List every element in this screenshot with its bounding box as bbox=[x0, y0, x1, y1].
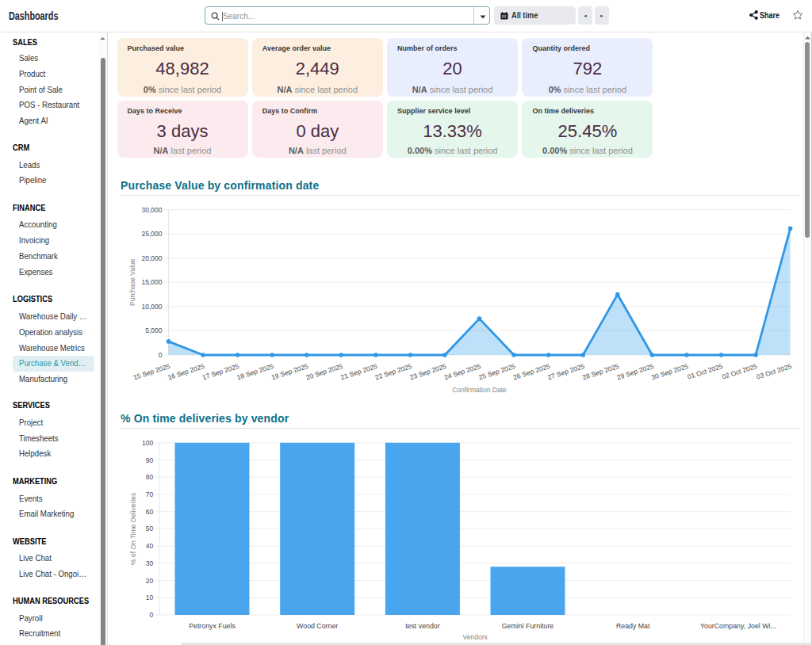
svg-text:26 Sep 2025: 26 Sep 2025 bbox=[512, 362, 551, 381]
svg-text:24 Sep 2025: 24 Sep 2025 bbox=[443, 362, 482, 381]
svg-text:Petronyx Fuels: Petronyx Fuels bbox=[189, 622, 236, 630]
svg-text:23 Sep 2025: 23 Sep 2025 bbox=[408, 362, 447, 381]
svg-text:Vendors: Vendors bbox=[463, 633, 488, 641]
svg-text:50: 50 bbox=[146, 525, 154, 532]
svg-text:15 Sep 2025: 15 Sep 2025 bbox=[132, 362, 171, 381]
svg-text:22 Sep 2025: 22 Sep 2025 bbox=[374, 362, 413, 381]
svg-text:90: 90 bbox=[146, 456, 154, 464]
svg-text:30: 30 bbox=[146, 559, 154, 567]
svg-text:Gemini Furniture: Gemini Furniture bbox=[502, 622, 554, 630]
svg-text:20,000: 20,000 bbox=[142, 254, 163, 262]
svg-text:10,000: 10,000 bbox=[142, 303, 163, 311]
svg-text:16 Sep 2025: 16 Sep 2025 bbox=[167, 362, 205, 381]
svg-text:17 Sep 2025: 17 Sep 2025 bbox=[201, 362, 240, 381]
svg-text:25 Sep 2025: 25 Sep 2025 bbox=[477, 362, 516, 381]
svg-text:0: 0 bbox=[159, 351, 163, 359]
svg-text:20: 20 bbox=[146, 577, 154, 585]
svg-text:% of On Time Deliveries: % of On Time Deliveries bbox=[129, 493, 137, 565]
svg-text:19 Sep 2025: 19 Sep 2025 bbox=[270, 362, 309, 381]
svg-text:02 Oct 2025: 02 Oct 2025 bbox=[721, 362, 758, 381]
svg-text:10: 10 bbox=[146, 593, 154, 601]
svg-text:18 Sep 2025: 18 Sep 2025 bbox=[236, 362, 274, 381]
svg-text:100: 100 bbox=[142, 439, 153, 447]
svg-text:25,000: 25,000 bbox=[142, 230, 163, 238]
svg-text:30 Sep 2025: 30 Sep 2025 bbox=[650, 362, 689, 381]
svg-text:03 Oct 2025: 03 Oct 2025 bbox=[756, 362, 793, 381]
svg-text:80: 80 bbox=[146, 473, 154, 481]
svg-text:Purchase Value: Purchase Value bbox=[129, 258, 137, 306]
svg-text:5,000: 5,000 bbox=[145, 326, 163, 334]
svg-text:0: 0 bbox=[149, 611, 153, 619]
svg-text:30,000: 30,000 bbox=[142, 206, 163, 214]
svg-text:60: 60 bbox=[146, 508, 154, 516]
svg-text:28 Sep 2025: 28 Sep 2025 bbox=[581, 362, 620, 381]
svg-text:21 Sep 2025: 21 Sep 2025 bbox=[339, 362, 378, 381]
svg-text:27 Sep 2025: 27 Sep 2025 bbox=[546, 362, 585, 381]
svg-text:70: 70 bbox=[146, 490, 154, 498]
svg-text:40: 40 bbox=[146, 542, 154, 550]
svg-text:YourCompany, Joel Wi...: YourCompany, Joel Wi... bbox=[700, 622, 776, 630]
svg-text:29 Sep 2025: 29 Sep 2025 bbox=[616, 362, 655, 381]
svg-text:01 Oct 2025: 01 Oct 2025 bbox=[686, 362, 723, 381]
svg-text:Confirmation Date: Confirmation Date bbox=[452, 386, 507, 394]
svg-text:Wood Corner: Wood Corner bbox=[297, 622, 338, 630]
svg-text:20 Sep 2025: 20 Sep 2025 bbox=[304, 362, 343, 381]
svg-text:test vendor: test vendor bbox=[405, 622, 440, 630]
svg-text:15,000: 15,000 bbox=[142, 278, 163, 286]
svg-text:Ready Mat: Ready Mat bbox=[616, 622, 650, 630]
